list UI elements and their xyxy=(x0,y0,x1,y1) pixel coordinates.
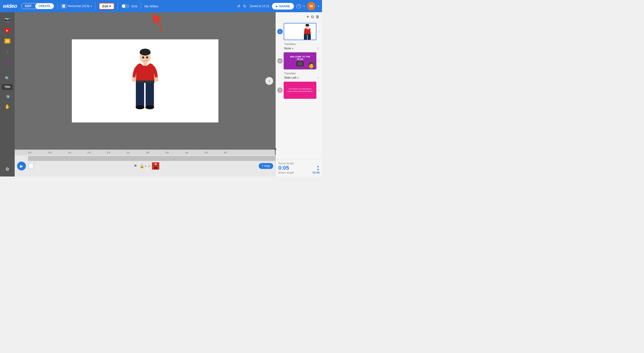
transition-select-1: None ▾ ☆ xyxy=(277,47,320,52)
ruler-0.0: 0.0 xyxy=(28,151,31,154)
red-arrow-svg xyxy=(150,15,170,34)
left-sidebar: 📷 ▶ 🖼 ♪ T 🔍 75% 🔍 ✋ ⚙ xyxy=(0,12,15,177)
image-sidebar-item[interactable]: 🖼 xyxy=(2,36,12,46)
chevron-right-icon: › xyxy=(269,79,270,83)
play-button[interactable]: ▶ xyxy=(17,162,26,170)
orientation-chevron: ▾ xyxy=(91,5,92,8)
scene-length-arrows: ▲ ▼ xyxy=(317,165,320,171)
svg-rect-15 xyxy=(154,165,157,167)
transition-select-2: Slide Left ▾ ☆ xyxy=(277,76,320,82)
svg-rect-7 xyxy=(136,82,144,107)
duplicate-slide-button[interactable]: ⧉ xyxy=(311,15,314,19)
canvas-wrapper: › xyxy=(15,12,276,150)
create-button[interactable]: CREATE xyxy=(35,4,54,9)
ruler-5.0: 5.0 xyxy=(224,151,227,154)
edit-dropdown-button[interactable]: Edit ▾ xyxy=(99,3,114,10)
slide-item-1[interactable]: 1 ☆ xyxy=(277,23,320,40)
svg-point-9 xyxy=(136,105,144,109)
slides-list: 1 ☆ Transition None ▾ xyxy=(276,22,322,159)
help-header-button[interactable]: ? xyxy=(296,4,301,8)
svg-rect-17 xyxy=(156,167,157,169)
next-slide-button[interactable]: › xyxy=(265,77,273,85)
svg-rect-2 xyxy=(140,51,150,54)
trash-icon: 🗑 xyxy=(316,15,320,19)
undo-redo-group: ↺ ↻ xyxy=(236,4,247,9)
svg-point-10 xyxy=(145,105,154,109)
slide-star-1[interactable]: ☆ xyxy=(317,30,320,34)
slide-star-2[interactable]: ☆ xyxy=(317,59,320,63)
video-icon: ▶ xyxy=(4,28,10,33)
add-slide-button[interactable]: + xyxy=(306,14,309,19)
timeline-track-area xyxy=(28,155,276,162)
slide-item-2[interactable]: 2 WELCOME TO THETEAM! 👩 ☆ xyxy=(277,52,320,70)
character-svg xyxy=(123,47,167,120)
help-button[interactable]: ? Help xyxy=(259,163,273,169)
user-avatar-button[interactable]: W xyxy=(307,2,316,10)
timeline-bottom-controls: ▶ 👁 🔒 ▾ ♪ xyxy=(15,162,276,170)
lock-icon[interactable]: 🔒 xyxy=(140,164,144,168)
transition-chevron-2: ▾ xyxy=(297,77,298,79)
scene-length-down[interactable]: ▼ xyxy=(317,168,320,171)
transition-dropdown-1[interactable]: None xyxy=(284,47,291,50)
edit-button[interactable]: EDIT xyxy=(22,4,35,9)
annotation-arrow xyxy=(150,15,170,35)
zoom-out-icon: 🔍 xyxy=(5,94,10,98)
delete-slide-button[interactable]: 🗑 xyxy=(316,15,320,19)
my-wideo-button[interactable]: My Wideo xyxy=(144,5,158,8)
transition-dropdown-2[interactable]: Slide Left xyxy=(284,76,296,80)
slide-item-3[interactable]: 3 Our mission is to help anyone easily c… xyxy=(277,82,320,99)
wideo-length-row: Wideo length 01:05 xyxy=(278,171,320,174)
scene-length-time: 0:05 xyxy=(278,165,289,171)
music-sidebar-item[interactable]: ♪ xyxy=(2,47,12,57)
video-sidebar-item[interactable]: ▶ xyxy=(2,26,12,35)
music-timeline-icon[interactable]: ♪ xyxy=(148,164,150,168)
zoom-in-sidebar-item[interactable]: 🔍 xyxy=(2,73,12,83)
slide-star-3[interactable]: ☆ xyxy=(317,88,320,92)
music-icon: ♪ xyxy=(6,49,8,55)
grid-toggle[interactable] xyxy=(122,4,130,8)
grid-label: Grid xyxy=(131,5,137,8)
hand-tool-sidebar-item[interactable]: ✋ xyxy=(2,102,12,112)
playhead-triangle xyxy=(274,149,276,150)
zoom-level-display[interactable]: 75% xyxy=(2,84,13,90)
slide-canvas[interactable] xyxy=(72,39,218,123)
edit-dropdown-label: Edit xyxy=(102,5,108,8)
grid-toggle-area: Grid xyxy=(122,4,137,8)
playhead xyxy=(275,150,276,155)
slide-thumbnail-1[interactable] xyxy=(284,23,316,40)
slide1-char-svg xyxy=(300,24,315,40)
svg-rect-21 xyxy=(304,35,307,40)
undo-button[interactable]: ↺ xyxy=(236,4,241,9)
text-sidebar-item[interactable]: T xyxy=(2,58,12,68)
scene-length-value-row: 0:05 ▲ ▼ xyxy=(278,165,320,171)
transition-star-1[interactable]: ☆ xyxy=(316,47,320,50)
settings-sidebar-item[interactable]: ⚙ xyxy=(2,164,12,174)
ruler-3.5: 3.5 xyxy=(166,151,169,154)
ruler-2.5: 2.5 xyxy=(126,151,130,154)
track-item[interactable] xyxy=(28,156,276,161)
scene-length-up[interactable]: ▲ xyxy=(317,165,320,168)
eye-icon[interactable]: 👁 xyxy=(134,164,138,168)
transition-chevron-1: ▾ xyxy=(292,47,294,50)
orientation-label: Horizontal (16:9) xyxy=(68,5,90,8)
duplicate-icon: ⧉ xyxy=(311,15,314,19)
orientation-button[interactable]: ⬜ Horizontal (16:9) ▾ xyxy=(61,4,92,8)
main-layout: 📷 ▶ 🖼 ♪ T 🔍 75% 🔍 ✋ ⚙ xyxy=(0,12,322,177)
camera-sidebar-item[interactable]: 📷 xyxy=(2,15,12,25)
redo-button[interactable]: ↻ xyxy=(242,4,247,9)
timeline: 0.0 0.5 1.0 1.5 2.0 2.5 3.0 3.5 4.0 4.5 … xyxy=(15,150,276,177)
zoom-out-sidebar-item[interactable]: 🔍 xyxy=(2,91,12,101)
lock-chevron: ▾ xyxy=(145,165,146,167)
slide-thumbnail-2[interactable]: WELCOME TO THETEAM! 👩 xyxy=(284,52,316,70)
character-thumb-svg xyxy=(153,163,158,169)
slide-thumbnail-3[interactable]: Our mission is to help anyone easily cre… xyxy=(284,82,316,99)
help-label: Help xyxy=(264,164,270,168)
transition-star-2[interactable]: ☆ xyxy=(316,76,320,80)
character-timeline-thumb[interactable] xyxy=(152,162,159,170)
logo: wideo xyxy=(3,3,17,9)
help-chevron: ▾ xyxy=(304,5,305,8)
hand-icon: ✋ xyxy=(5,104,10,109)
share-button[interactable]: ▶ SHARE xyxy=(272,3,294,10)
slide-badge-1: 1 xyxy=(277,29,283,34)
wideo-length-label: Wideo length xyxy=(278,171,294,174)
